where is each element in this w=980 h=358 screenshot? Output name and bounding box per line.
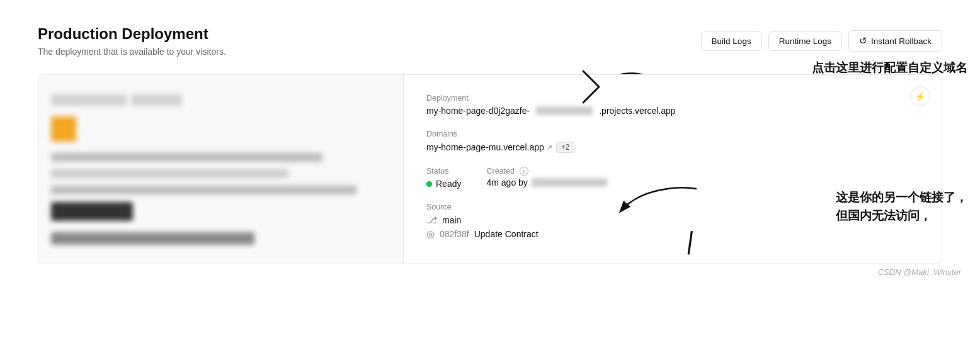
created-label: Created i — [486, 167, 607, 176]
preview-line-2 — [51, 169, 288, 178]
rollback-icon: ↺ — [859, 35, 867, 47]
created-user-blurred — [532, 178, 607, 187]
domain-badge[interactable]: +2 — [556, 142, 575, 153]
preview-line-3 — [51, 186, 356, 194]
status-label: Status — [426, 167, 461, 176]
source-section: Source ⎇ main ◎ 082f38f Update Contract — [426, 203, 919, 240]
preview-dark-box — [51, 202, 133, 221]
preview-yellow-box — [51, 116, 76, 142]
status-dot — [426, 181, 432, 187]
source-branch: ⎇ main — [426, 215, 919, 226]
build-logs-button[interactable]: Build Logs — [701, 31, 762, 51]
preview-content — [51, 94, 390, 245]
domain-value: my-home-page-mu.vercel.app ↗ +2 — [426, 142, 919, 153]
created-value: 4m ago by — [486, 177, 607, 187]
activity-button[interactable]: ⚡ — [910, 86, 930, 106]
deployment-section: Deployment my-home-page-d0j2gazfe-.proje… — [426, 94, 919, 116]
created-label-text: Created — [486, 167, 514, 176]
source-label: Source — [426, 203, 919, 211]
header-left: Production Deployment The deployment tha… — [38, 25, 226, 57]
external-link-icon: ↗ — [547, 143, 552, 152]
domains-label: Domains — [426, 130, 919, 138]
domain-url: my-home-page-mu.vercel.app — [426, 142, 544, 152]
instant-rollback-button[interactable]: ↺ Instant Rollback — [848, 30, 942, 52]
branch-name: main — [442, 215, 461, 225]
info-panel: Deployment my-home-page-d0j2gazfe-.proje… — [404, 75, 942, 264]
status-created-section: Status Ready Created i 4m ago by — [426, 167, 919, 189]
commit-message: Update Contract — [474, 229, 538, 239]
rollback-label: Instant Rollback — [871, 36, 932, 46]
deployment-url-suffix: .projects.vercel.app — [599, 106, 675, 116]
page-title: Production Deployment — [38, 25, 226, 43]
watermark: CSDN @Maki_Winster — [878, 267, 961, 277]
commit-hash: 082f38f — [440, 229, 469, 239]
preview-line-4 — [51, 232, 254, 245]
branch-icon: ⎇ — [426, 215, 437, 226]
preview-panel — [38, 75, 404, 264]
page-subtitle: The deployment that is available to your… — [38, 47, 226, 57]
deployment-url-blurred — [536, 106, 593, 115]
status-value: Ready — [436, 179, 461, 189]
runtime-logs-button[interactable]: Runtime Logs — [768, 31, 842, 51]
preview-line-1 — [51, 153, 322, 162]
page-header: Production Deployment The deployment tha… — [38, 25, 942, 57]
header-actions: Build Logs Runtime Logs ↺ Instant Rollba… — [701, 30, 942, 52]
commit-icon: ◎ — [426, 228, 435, 240]
deployment-card: Deployment my-home-page-d0j2gazfe-.proje… — [38, 74, 942, 264]
deployment-url: my-home-page-d0j2gazfe-.projects.vercel.… — [426, 106, 919, 116]
deployment-url-prefix: my-home-page-d0j2gazfe- — [426, 106, 530, 116]
activity-icon: ⚡ — [915, 92, 925, 101]
source-commit: ◎ 082f38f Update Contract — [426, 228, 919, 240]
created-column: Created i 4m ago by — [486, 167, 607, 189]
domain-link[interactable]: my-home-page-mu.vercel.app ↗ — [426, 142, 552, 152]
info-icon[interactable]: i — [520, 167, 528, 176]
domains-section: Domains my-home-page-mu.vercel.app ↗ +2 — [426, 130, 919, 153]
deployment-label: Deployment — [426, 94, 919, 103]
status-ready: Ready — [426, 179, 461, 189]
created-ago: 4m ago by — [486, 177, 527, 187]
status-column: Status Ready — [426, 167, 461, 189]
